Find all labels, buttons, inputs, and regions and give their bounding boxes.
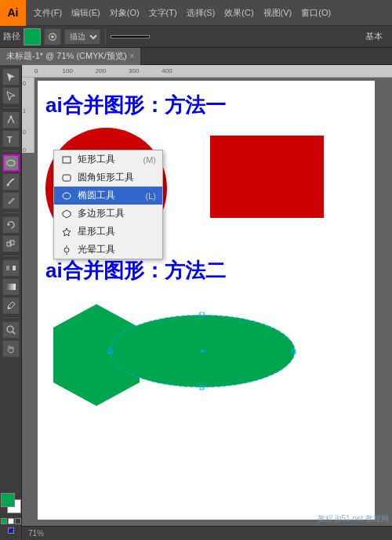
gradient-tool[interactable] [2, 278, 20, 295]
svg-text:T: T [7, 135, 13, 144]
section2-area: ai合并图形：方法二 [45, 257, 367, 284]
fill-indicator[interactable] [1, 518, 7, 524]
mode-select[interactable]: 描边 [64, 29, 100, 45]
flare-tool-icon [60, 244, 73, 256]
menu-file[interactable]: 文件(F) [29, 0, 67, 25]
menu-text[interactable]: 文字(T) [144, 0, 182, 25]
polygon-tool-icon [60, 208, 73, 220]
app-logo: Ai [0, 0, 26, 26]
shape-tool[interactable] [2, 154, 20, 172]
rounded-rect-tool-icon [60, 172, 73, 184]
tool-separator-5 [3, 317, 19, 318]
ctx-rect-tool[interactable]: 矩形工具 (M) [54, 150, 162, 169]
svg-marker-26 [63, 228, 71, 236]
ruler-vertical: 0 1 0 0 [22, 78, 34, 153]
tool-separator-1 [3, 107, 19, 108]
section1-title: ai合并图形：方法一 [45, 93, 226, 117]
ctx-rounded-rect-tool[interactable]: 圆角矩形工具 [54, 169, 162, 187]
stroke-preview [111, 35, 150, 38]
zoom-level: 71% [28, 529, 44, 538]
ellipse-tool-icon [60, 190, 73, 202]
document-canvas: ai合并图形：方法一 ai合并图形：方法二 [38, 81, 375, 520]
scale-tool[interactable] [2, 235, 20, 252]
eyedropper-tool[interactable] [2, 297, 20, 314]
menu-select[interactable]: 选择(S) [182, 0, 220, 25]
menu-view[interactable]: 视图(V) [259, 0, 297, 25]
tool-separator-4 [3, 256, 19, 256]
ctx-flare-label: 光晕工具 [78, 243, 115, 256]
canvas-area: 0 100 200 300 400 0 1 0 0 ai合并图形：方法一 [22, 65, 392, 540]
svg-point-27 [64, 248, 69, 252]
ctx-ellipse-tool[interactable]: 椭圆工具 (L) [54, 187, 162, 205]
red-rectangle [210, 136, 324, 218]
ruler-horizontal: 0 100 200 300 400 [22, 65, 392, 78]
svg-rect-22 [63, 157, 71, 163]
svg-point-4 [7, 161, 15, 166]
pencil-tool[interactable] [2, 192, 20, 209]
blend-tool[interactable] [2, 259, 20, 277]
type-tool[interactable]: T [2, 130, 20, 147]
color-swatch[interactable] [24, 28, 41, 45]
svg-rect-23 [63, 175, 71, 181]
svg-rect-9 [13, 266, 16, 270]
document-tab[interactable]: 未标题-1* @ 71% (CMYK/预览) × [0, 48, 141, 65]
rect-tool-icon [60, 154, 73, 166]
basic-label: 基本 [365, 31, 389, 42]
menu-window[interactable]: 窗口(O) [296, 0, 336, 25]
status-bar: 71% [22, 526, 392, 540]
ctx-star-tool[interactable]: 星形工具 [54, 223, 162, 241]
green-ellipse-container [108, 312, 296, 393]
rotate-tool[interactable] [2, 216, 20, 234]
ctx-polygon-label: 多边形工具 [78, 207, 125, 220]
hand-tool[interactable] [2, 340, 20, 357]
menu-object[interactable]: 对象(O) [105, 0, 144, 25]
ctx-rounded-rect-label: 圆角矩形工具 [78, 171, 134, 184]
selection-tool[interactable] [2, 68, 20, 85]
svg-point-20 [201, 350, 204, 353]
fill-color-box[interactable] [1, 493, 15, 507]
direct-selection-tool[interactable] [2, 87, 20, 104]
paintbrush-tool[interactable] [2, 173, 20, 190]
star-tool-icon [60, 226, 73, 238]
ctx-flare-tool[interactable]: 光晕工具 [54, 241, 162, 259]
svg-point-11 [7, 307, 9, 310]
svg-point-24 [63, 193, 71, 199]
ctx-rect-shortcut: (M) [143, 155, 157, 165]
zoom-tool[interactable] [2, 321, 20, 339]
tab-bar: 未标题-1* @ 71% (CMYK/预览) × [0, 48, 392, 65]
target-icon[interactable] [44, 28, 61, 45]
separator1 [105, 29, 106, 45]
svg-marker-25 [63, 210, 71, 218]
svg-rect-8 [6, 266, 9, 270]
svg-line-13 [13, 332, 15, 334]
tab-close-button[interactable]: × [130, 52, 135, 60]
ctx-ellipse-shortcut: (L) [146, 191, 156, 201]
svg-rect-10 [6, 284, 16, 290]
menu-edit[interactable]: 编辑(E) [67, 0, 105, 25]
color-selector [0, 490, 24, 537]
none-indicator[interactable] [15, 518, 21, 524]
stroke-indicator[interactable] [8, 518, 14, 524]
path-label: 路径 [3, 31, 20, 42]
tool-separator-2 [3, 150, 19, 151]
pen-tool[interactable] [2, 111, 20, 129]
ctx-ellipse-label: 椭圆工具 [78, 189, 115, 202]
ctx-polygon-tool[interactable]: 多边形工具 [54, 205, 162, 223]
title-bar: Ai 文件(F) 编辑(E) 对象(O) 文字(T) 选择(S) 效果(C) 视… [0, 0, 392, 26]
menu-effect[interactable]: 效果(C) [220, 0, 258, 25]
section1-area: ai合并图形：方法一 [45, 92, 367, 119]
section2-title: ai合并图形：方法二 [45, 259, 226, 282]
menu-bar: 文件(F) 编辑(E) 对象(O) 文字(T) 选择(S) 效果(C) 视图(V… [26, 0, 336, 25]
context-menu: 矩形工具 (M) 圆角矩形工具 椭圆工具 (L) 多边形工具 [53, 150, 163, 259]
toolbar: 路径 描边 基本 [0, 26, 392, 48]
svg-point-12 [7, 326, 13, 332]
svg-point-5 [6, 184, 9, 187]
ctx-star-label: 星形工具 [78, 225, 115, 238]
main-area: T [0, 65, 392, 540]
color-mode-indicator[interactable] [8, 527, 14, 534]
svg-point-1 [51, 35, 53, 38]
tool-separator-3 [3, 212, 19, 213]
ctx-rect-label: 矩形工具 [78, 153, 115, 166]
svg-point-2 [9, 116, 12, 118]
toolbox: T [0, 65, 22, 540]
